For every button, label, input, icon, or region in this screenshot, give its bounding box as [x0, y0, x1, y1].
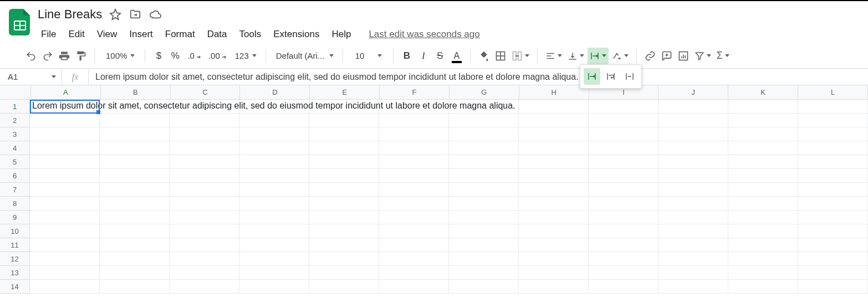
- cell-A13[interactable]: [30, 266, 100, 280]
- cell-D4[interactable]: [239, 141, 309, 155]
- print-button[interactable]: [57, 48, 72, 64]
- cell-J8[interactable]: [658, 197, 728, 211]
- cell-C14[interactable]: [170, 280, 239, 294]
- cell-B13[interactable]: [100, 266, 170, 280]
- cell-B6[interactable]: [100, 169, 170, 183]
- cell-H13[interactable]: [519, 266, 589, 280]
- cell-C8[interactable]: [170, 197, 239, 211]
- cell-A1[interactable]: [30, 100, 100, 114]
- cell-K8[interactable]: [728, 197, 798, 211]
- column-header-K[interactable]: K: [728, 85, 798, 99]
- cell-H5[interactable]: [519, 155, 589, 169]
- cell-F2[interactable]: [379, 114, 449, 127]
- move-folder-icon[interactable]: [129, 8, 142, 21]
- cell-I6[interactable]: [589, 169, 658, 183]
- cell-A6[interactable]: [30, 169, 100, 183]
- cell-E12[interactable]: [309, 252, 379, 266]
- row-header-9[interactable]: 9: [0, 211, 30, 224]
- cell-C7[interactable]: [170, 183, 239, 197]
- cell-L7[interactable]: [798, 183, 868, 197]
- fill-color-button[interactable]: [476, 48, 492, 64]
- cell-I11[interactable]: [589, 238, 658, 252]
- cell-H8[interactable]: [519, 197, 589, 211]
- cell-H10[interactable]: [519, 224, 589, 238]
- cell-F13[interactable]: [379, 266, 449, 280]
- cell-B4[interactable]: [100, 141, 170, 155]
- cell-K7[interactable]: [728, 183, 798, 197]
- cell-G12[interactable]: [449, 252, 519, 266]
- cell-D8[interactable]: [239, 197, 309, 211]
- cell-F10[interactable]: [379, 224, 449, 238]
- cell-G5[interactable]: [449, 155, 519, 169]
- wrap-option-overflow[interactable]: [584, 68, 600, 85]
- column-header-C[interactable]: C: [171, 85, 241, 99]
- row-header-13[interactable]: 13: [0, 266, 30, 280]
- redo-button[interactable]: [40, 48, 55, 64]
- cell-C11[interactable]: [170, 238, 239, 252]
- percent-button[interactable]: %: [167, 48, 183, 64]
- menu-tools[interactable]: Tools: [234, 27, 267, 42]
- cell-J6[interactable]: [658, 169, 728, 183]
- star-icon[interactable]: [109, 8, 122, 21]
- cell-C9[interactable]: [170, 211, 239, 224]
- cell-F3[interactable]: [379, 127, 449, 141]
- cell-C10[interactable]: [170, 224, 239, 238]
- italic-button[interactable]: I: [416, 48, 431, 64]
- cell-J12[interactable]: [658, 252, 728, 266]
- cell-E5[interactable]: [309, 155, 379, 169]
- cell-A7[interactable]: [30, 183, 100, 197]
- menu-data[interactable]: Data: [202, 27, 233, 42]
- functions-dropdown[interactable]: Σ: [714, 48, 732, 64]
- cell-I9[interactable]: [589, 211, 658, 224]
- cell-L10[interactable]: [798, 224, 868, 238]
- cell-L2[interactable]: [798, 114, 868, 127]
- cell-J3[interactable]: [658, 127, 728, 141]
- menu-view[interactable]: View: [91, 27, 123, 42]
- cell-A11[interactable]: [30, 238, 100, 252]
- cell-F9[interactable]: [379, 211, 449, 224]
- cell-F4[interactable]: [379, 141, 449, 155]
- cell-G14[interactable]: [449, 280, 519, 294]
- cell-K9[interactable]: [728, 211, 798, 224]
- cell-H11[interactable]: [519, 238, 589, 252]
- cell-D1[interactable]: [239, 100, 309, 114]
- cell-B8[interactable]: [100, 197, 170, 211]
- zoom-dropdown[interactable]: 100%: [100, 48, 139, 64]
- formula-input[interactable]: Lorem ipsum dolor sit amet, consectetur …: [89, 69, 868, 85]
- cell-G1[interactable]: [449, 100, 519, 114]
- cell-B9[interactable]: [100, 211, 170, 224]
- row-header-8[interactable]: 8: [0, 197, 30, 211]
- select-all-corner[interactable]: [0, 85, 31, 100]
- cell-J14[interactable]: [658, 280, 728, 294]
- insert-comment-button[interactable]: [659, 48, 675, 64]
- insert-link-button[interactable]: [642, 48, 658, 64]
- cell-F12[interactable]: [379, 252, 449, 266]
- cell-D12[interactable]: [239, 252, 309, 266]
- cell-I2[interactable]: [589, 114, 658, 127]
- row-header-10[interactable]: 10: [0, 224, 30, 238]
- cell-J1[interactable]: [658, 100, 728, 114]
- cell-E9[interactable]: [309, 211, 379, 224]
- cell-E13[interactable]: [309, 266, 379, 280]
- cell-J5[interactable]: [658, 155, 728, 169]
- cell-H12[interactable]: [519, 252, 589, 266]
- borders-button[interactable]: [493, 48, 508, 64]
- cell-G4[interactable]: [449, 141, 519, 155]
- menu-edit[interactable]: Edit: [63, 27, 90, 42]
- cell-J4[interactable]: [658, 141, 728, 155]
- column-header-J[interactable]: J: [658, 85, 728, 99]
- name-box[interactable]: A1: [0, 69, 62, 85]
- cell-B11[interactable]: [100, 238, 170, 252]
- cell-B10[interactable]: [100, 224, 170, 238]
- cell-J11[interactable]: [658, 238, 728, 252]
- currency-button[interactable]: $: [151, 48, 166, 64]
- row-header-12[interactable]: 12: [0, 252, 30, 266]
- cell-C12[interactable]: [170, 252, 239, 266]
- cell-D11[interactable]: [239, 238, 309, 252]
- cell-A2[interactable]: [30, 114, 100, 127]
- row-header-14[interactable]: 14: [0, 280, 30, 294]
- cell-G2[interactable]: [449, 114, 519, 127]
- cell-F11[interactable]: [379, 238, 449, 252]
- cell-K12[interactable]: [728, 252, 798, 266]
- cell-K2[interactable]: [728, 114, 798, 127]
